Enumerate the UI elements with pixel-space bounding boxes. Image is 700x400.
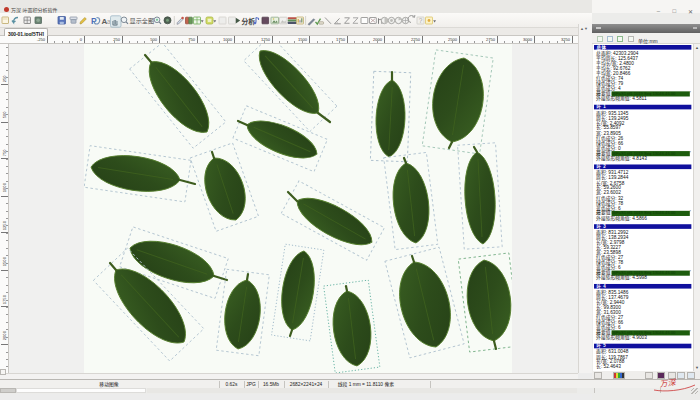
svg-text:分析: 分析 [242,17,256,26]
svg-text:?: ? [419,17,423,24]
svg-text:万深: 万深 [659,378,677,389]
